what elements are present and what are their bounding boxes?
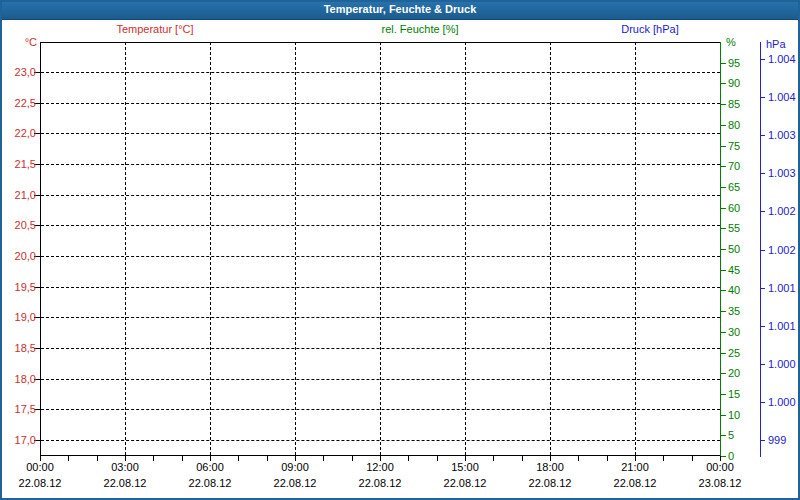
pressure-tick-label: 1.002	[768, 244, 796, 256]
v-gridline	[380, 42, 381, 455]
temperature-axis-unit: °C	[0, 36, 37, 48]
temperature-tick-label: 22,5	[4, 97, 36, 109]
x-axis-tick	[663, 456, 664, 461]
humidity-tick	[720, 228, 726, 229]
temperature-tick-label: 18,5	[4, 342, 36, 354]
x-time-label: 00:00	[692, 461, 748, 473]
x-time-label: 15:00	[437, 461, 493, 473]
temperature-tick-label: 17,0	[4, 434, 36, 446]
humidity-tick	[720, 270, 726, 271]
pressure-tick	[760, 97, 765, 98]
x-axis-tick	[493, 456, 494, 461]
v-gridline	[465, 42, 466, 455]
humidity-tick-label: 70	[728, 160, 740, 172]
pressure-tick-label: 1.003	[768, 167, 796, 179]
humidity-tick-label: 40	[728, 284, 740, 296]
humidity-tick	[720, 187, 726, 188]
humidity-tick	[720, 353, 726, 354]
temperature-tick-label: 23,0	[4, 66, 36, 78]
x-time-label: 12:00	[352, 461, 408, 473]
x-time-label: 03:00	[97, 461, 153, 473]
humidity-tick	[720, 435, 726, 436]
pressure-tick	[760, 364, 765, 365]
humidity-tick-label: 15	[728, 388, 740, 400]
temperature-tick-label: 17,5	[4, 403, 36, 415]
humidity-tick-label: 5	[728, 429, 734, 441]
pressure-tick-label: 1.000	[768, 396, 796, 408]
x-time-label: 21:00	[607, 461, 663, 473]
humidity-tick-label: 35	[728, 305, 740, 317]
chart-window: Temperatur, Feuchte & Druck Temperatur […	[0, 0, 800, 500]
pressure-axis-unit: hPa	[766, 38, 786, 50]
humidity-tick	[720, 311, 726, 312]
x-time-label: 18:00	[522, 461, 578, 473]
legend-temperature: Temperatur [°C]	[116, 23, 193, 35]
title-bar: Temperatur, Feuchte & Druck	[0, 0, 800, 20]
pressure-tick-label: 1.001	[768, 282, 796, 294]
humidity-tick	[720, 83, 726, 84]
temperature-tick-label: 22,0	[4, 127, 36, 139]
x-axis-tick	[68, 456, 69, 461]
humidity-tick	[720, 415, 726, 416]
humidity-tick-label: 85	[728, 98, 740, 110]
humidity-tick	[720, 290, 726, 291]
humidity-tick	[720, 104, 726, 105]
humidity-tick	[720, 394, 726, 395]
temperature-tick-label: 19,5	[4, 281, 36, 293]
humidity-tick	[720, 249, 726, 250]
v-gridline	[295, 42, 296, 455]
v-gridline	[210, 42, 211, 455]
pressure-tick	[760, 59, 765, 60]
x-date-label: 22.08.12	[182, 477, 238, 489]
pressure-tick	[760, 173, 765, 174]
x-date-label: 23.08.12	[692, 477, 748, 489]
x-time-label: 09:00	[267, 461, 323, 473]
x-axis-tick	[238, 456, 239, 461]
x-date-label: 22.08.12	[522, 477, 578, 489]
x-time-label: 06:00	[182, 461, 238, 473]
temperature-tick-label: 18,0	[4, 373, 36, 385]
humidity-tick	[720, 146, 726, 147]
pressure-tick-label: 1.000	[768, 358, 796, 370]
humidity-tick	[720, 373, 726, 374]
humidity-tick-label: 80	[728, 119, 740, 131]
humidity-tick	[720, 332, 726, 333]
pressure-tick	[760, 135, 765, 136]
pressure-tick-label: 1.001	[768, 320, 796, 332]
humidity-tick-label: 60	[728, 202, 740, 214]
pressure-tick	[760, 440, 765, 441]
temperature-tick-label: 20,0	[4, 250, 36, 262]
pressure-tick-label: 1.004	[768, 91, 796, 103]
v-gridline	[550, 42, 551, 455]
pressure-tick-label: 1.002	[768, 205, 796, 217]
humidity-tick	[720, 63, 726, 64]
humidity-tick-label: 65	[728, 181, 740, 193]
pressure-tick	[760, 250, 765, 251]
temperature-tick-label: 21,5	[4, 158, 36, 170]
humidity-tick-label: 75	[728, 140, 740, 152]
legend-humidity: rel. Feuchte [%]	[381, 23, 458, 35]
x-date-label: 22.08.12	[607, 477, 663, 489]
humidity-tick-label: 95	[728, 57, 740, 69]
v-gridline	[125, 42, 126, 455]
x-date-label: 22.08.12	[267, 477, 323, 489]
temperature-tick-label: 19,0	[4, 311, 36, 323]
pressure-tick-label: 1.004	[768, 53, 796, 65]
humidity-tick	[720, 208, 726, 209]
pressure-tick	[760, 402, 765, 403]
humidity-tick-label: 30	[728, 326, 740, 338]
legend-pressure: Druck [hPa]	[621, 23, 678, 35]
x-date-label: 22.08.12	[12, 477, 68, 489]
humidity-tick	[720, 166, 726, 167]
humidity-tick-label: 20	[728, 367, 740, 379]
humidity-tick-label: 55	[728, 222, 740, 234]
pressure-tick	[760, 211, 765, 212]
x-date-label: 22.08.12	[437, 477, 493, 489]
temperature-tick-label: 20,5	[4, 219, 36, 231]
x-date-label: 22.08.12	[97, 477, 153, 489]
pressure-tick-label: 999	[768, 434, 786, 446]
pressure-tick-label: 1.003	[768, 129, 796, 141]
temperature-tick-label: 21,0	[4, 189, 36, 201]
pressure-tick	[760, 326, 765, 327]
humidity-tick-label: 25	[728, 347, 740, 359]
